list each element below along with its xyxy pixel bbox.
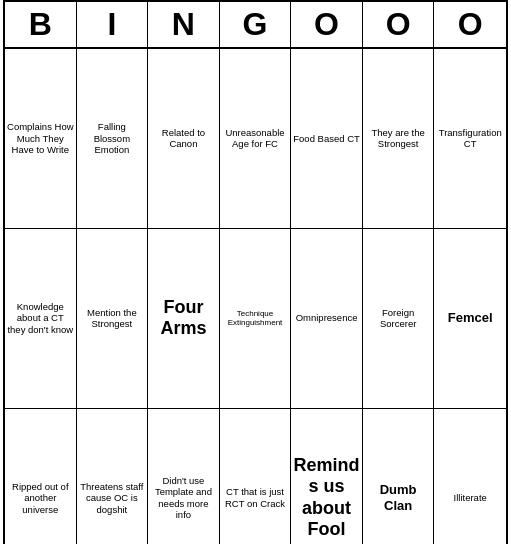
header-letter: B bbox=[5, 2, 77, 47]
bingo-cell: Food Based CT bbox=[291, 49, 363, 229]
bingo-cell: Four Arms bbox=[148, 229, 220, 409]
bingo-cell: Technique Extinguishment bbox=[220, 229, 292, 409]
bingo-cell: They are the Strongest bbox=[363, 49, 435, 229]
bingo-cell: Foreign Sorcerer bbox=[363, 229, 435, 409]
header-letter: O bbox=[291, 2, 363, 47]
bingo-cell: Didn't use Template and needs more info bbox=[148, 409, 220, 545]
header-letter: O bbox=[434, 2, 506, 47]
bingo-cell: Illiterate bbox=[434, 409, 506, 545]
bingo-cell: Falling Blossom Emotion bbox=[77, 49, 149, 229]
bingo-cell: Transfiguration CT bbox=[434, 49, 506, 229]
bingo-cell: Complains How Much They Have to Write bbox=[5, 49, 77, 229]
header-letter: I bbox=[77, 2, 149, 47]
bingo-cell: Unreasonable Age for FC bbox=[220, 49, 292, 229]
bingo-cell: Knowledge about a CT they don't know bbox=[5, 229, 77, 409]
header-letter: G bbox=[220, 2, 292, 47]
bingo-cell: Threatens staff cause OC is dogshit bbox=[77, 409, 149, 545]
bingo-cell: Related to Canon bbox=[148, 49, 220, 229]
bingo-cell: Omnipresence bbox=[291, 229, 363, 409]
bingo-cell: Mention the Strongest bbox=[77, 229, 149, 409]
bingo-cell: Ripped out of another universe bbox=[5, 409, 77, 545]
bingo-cell: Reminds us about Fool bbox=[291, 409, 363, 545]
bingo-grid: Complains How Much They Have to WriteFal… bbox=[5, 49, 506, 544]
header-letter: N bbox=[148, 2, 220, 47]
bingo-card: BINGOOO Complains How Much They Have to … bbox=[3, 0, 508, 544]
bingo-cell: Femcel bbox=[434, 229, 506, 409]
header-letter: O bbox=[363, 2, 435, 47]
bingo-cell: Dumb Clan bbox=[363, 409, 435, 545]
bingo-cell: CT that is just RCT on Crack bbox=[220, 409, 292, 545]
bingo-header: BINGOOO bbox=[5, 2, 506, 49]
